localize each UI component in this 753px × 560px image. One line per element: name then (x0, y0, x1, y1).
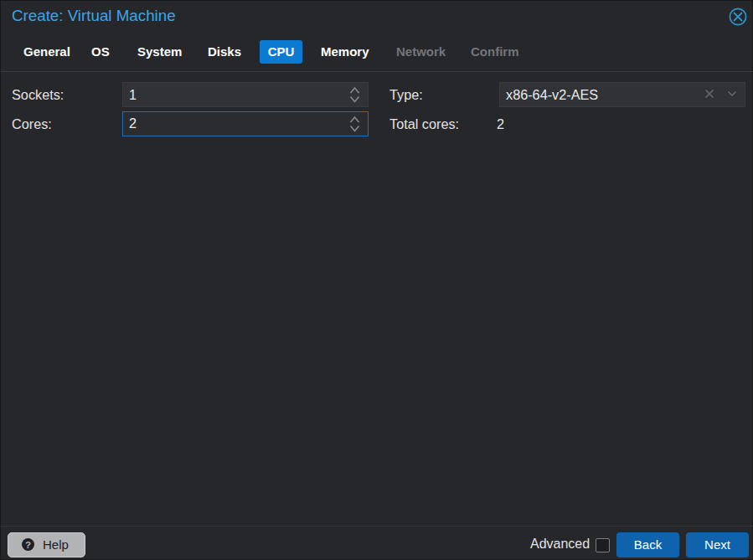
svg-text:?: ? (25, 540, 31, 550)
